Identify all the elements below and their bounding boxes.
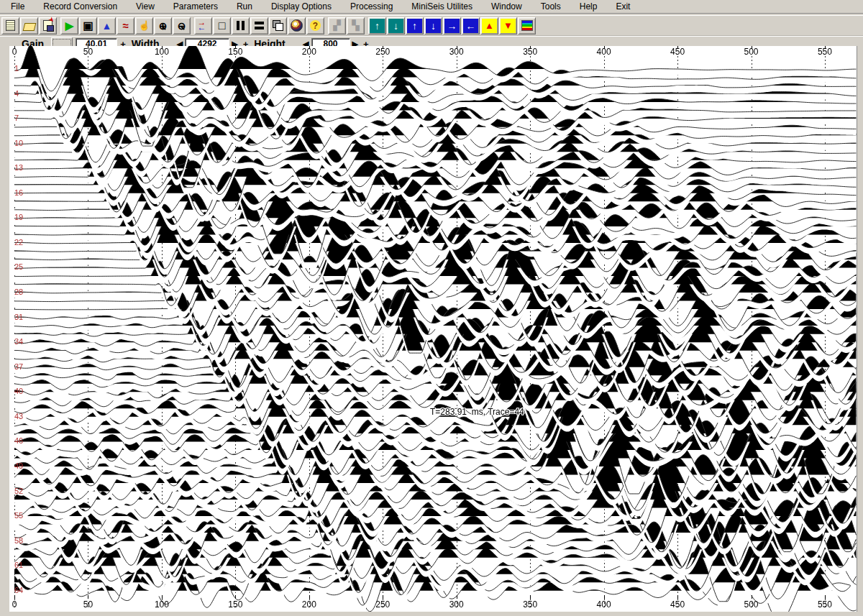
plot-surface: 0050501001001501502002002502503003003503… [9,46,857,612]
new-record-button[interactable] [1,17,19,35]
time-tick-label: 200 [302,47,316,57]
stop-button[interactable]: ▣ [79,17,97,35]
open-folder-icon [22,23,36,31]
process-button[interactable]: ▞ [328,17,346,35]
time-tick-label: 550 [818,599,832,610]
time-tick-label: 50 [83,47,93,57]
trace-number-label: 49 [14,461,23,470]
run-button[interactable]: ▶ [60,17,78,35]
wiggle-trace-button[interactable]: ≈ [117,17,134,35]
zoom-out-button[interactable]: ⊖ [173,17,191,35]
menu-parameters[interactable]: Parameters [164,0,227,14]
trace-number-label: 19 [14,213,23,221]
scroll-left-button[interactable]: ← [462,17,480,35]
pan-button[interactable]: ☝ [135,17,153,35]
help-button[interactable]: ? [306,17,324,35]
zoom-in-icon: ⊕ [159,21,168,31]
time-tick-label: 350 [523,599,537,610]
time-tick-label: 500 [744,599,758,610]
time-tick-label: 250 [375,599,390,610]
question-mark-icon: ? [310,20,321,31]
trace-number-label: 16 [14,188,23,197]
trace-number-label: 10 [14,139,23,147]
menu-processing[interactable]: Processing [341,0,402,14]
up-arrow-icon: ↑ [412,21,417,31]
cursor-readout: T=283.91 ms, Trace=44 [430,407,524,417]
scroll-right-button[interactable]: → [443,17,461,35]
equal-scale-button[interactable] [250,17,268,35]
overlay-windows-button[interactable] [269,17,287,35]
trace-number-label: 13 [14,163,23,172]
amplitude-view-button[interactable]: ▲ [98,17,116,35]
plot-area: 0050501001001501502002002502503003003503… [0,46,863,616]
zoom-in-button[interactable]: ⊕ [154,17,172,35]
time-tick-label: 350 [523,47,537,57]
time-tick-label: 400 [597,599,611,610]
save-record-icon [43,20,52,31]
time-tick-label: 100 [155,47,169,57]
time-tick-label: 150 [228,599,242,610]
color-display-button[interactable] [288,17,306,35]
time-tick-label: 0 [12,599,17,610]
application-window: { "app": { "bg": "#d4d0c8" }, "menu": { … [0,0,863,616]
time-tick-label: 300 [449,599,464,610]
trace-number-label: 37 [14,362,23,371]
time-tick-label: 450 [670,47,685,57]
rectangle-select-button[interactable]: □ [213,17,231,35]
menu-record-conversion[interactable]: Record Conversion [34,0,127,14]
trace-number-label: 64 [14,586,23,594]
right-arrow-icon: → [447,21,457,31]
trace-number-label: 7 [14,114,19,122]
trace-number-label: 55 [14,511,23,520]
time-tick-label: 400 [597,47,611,57]
menu-bar: FileRecord ConversionViewParametersRunDi… [0,0,863,13]
time-tick-label: 500 [744,47,758,57]
open-record-button[interactable] [20,17,38,35]
toolbar: ▶▣▲≈☝⊕⊖□?▞▚↑↓↑↓→←▲▼ [0,16,863,36]
last-trace-button[interactable]: ↓ [387,17,405,35]
new-document-icon [6,20,15,31]
time-tick-label: 50 [83,599,93,610]
save-convert-button[interactable] [39,17,57,35]
scroll-up-button[interactable]: ↑ [406,17,424,35]
menu-run[interactable]: Run [227,0,262,14]
trace-number-label: 22 [14,238,23,247]
disabled-plot-icon: ▚ [352,21,360,30]
menu-help[interactable]: Help [570,0,607,14]
peak-mountain-icon: ▲ [102,21,112,31]
menu-exit[interactable]: Exit [606,0,639,14]
menu-window[interactable]: Window [482,0,531,14]
menu-view[interactable]: View [127,0,164,14]
pause-button[interactable] [232,17,250,35]
gain-up-button[interactable]: ▲ [480,17,498,35]
time-tick-label: 100 [155,599,169,610]
time-tick-label: 250 [375,47,390,57]
time-tick-label: 450 [670,599,685,610]
disabled-shapes-icon: ▞ [334,21,341,30]
gain-down-button[interactable]: ▼ [499,17,517,35]
swap-direction-button[interactable] [194,17,212,35]
palette-button[interactable] [518,17,536,35]
menu-file[interactable]: File [1,0,34,14]
run-play-icon: ▶ [65,20,74,31]
color-bars-icon [521,20,533,31]
scroll-down-button[interactable]: ↓ [424,17,442,35]
zoom-out-icon: ⊖ [178,21,186,31]
trace-number-label: 31 [14,313,23,321]
color-disc-icon [291,19,303,32]
seismic-canvas[interactable] [9,46,857,612]
left-arrow-icon: ← [466,21,476,31]
up-arrow-icon: ↑ [375,21,380,31]
hand-icon: ☝ [138,21,150,30]
menu-display-options[interactable]: Display Options [262,0,341,14]
menu-miniseis-utilites[interactable]: MiniSeis Utilites [402,0,482,14]
stop-square-icon: ▣ [83,20,93,31]
rectangle-icon: □ [219,20,226,32]
export-button[interactable]: ▚ [347,17,365,35]
equals-bars-icon [255,22,264,24]
time-tick-label: 300 [449,47,464,57]
first-trace-button[interactable]: ↑ [368,17,386,35]
wiggle-wave-icon: ≈ [122,20,128,31]
trace-number-label: 61 [14,561,23,569]
menu-tools[interactable]: Tools [531,0,570,14]
